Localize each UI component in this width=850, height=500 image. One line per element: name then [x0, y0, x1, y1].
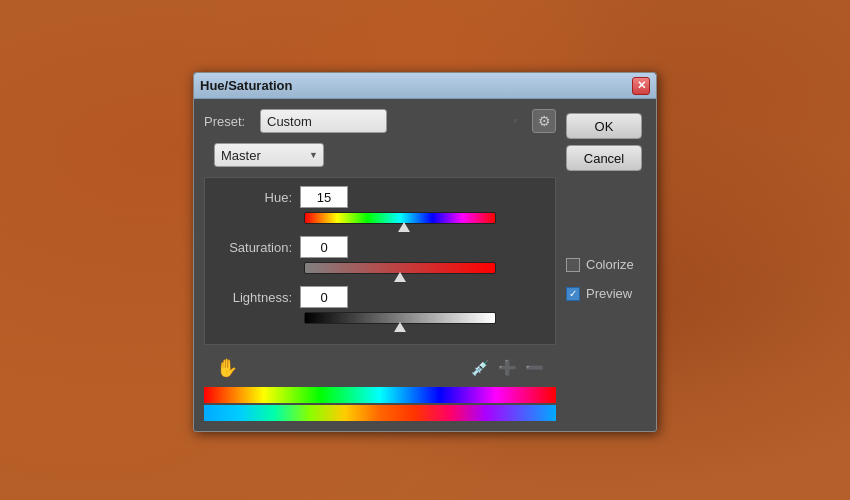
- preset-select-wrapper: Custom Default Cyanotype Increase Satura…: [260, 109, 526, 133]
- preview-label: Preview: [586, 286, 632, 301]
- left-panel: Preset: Custom Default Cyanotype Increas…: [204, 109, 556, 421]
- preview-row: Preview: [566, 286, 646, 301]
- saturation-input[interactable]: [300, 236, 348, 258]
- lightness-row: Lightness:: [217, 286, 543, 308]
- sat-track-container: [217, 262, 543, 274]
- colorize-label: Colorize: [586, 257, 634, 272]
- colorize-checkbox[interactable]: [566, 258, 580, 272]
- close-button[interactable]: ✕: [632, 77, 650, 95]
- channel-select[interactable]: Master Reds Yellows Greens Cyans Blues M…: [214, 143, 324, 167]
- color-bar-result: [204, 405, 556, 421]
- saturation-label: Saturation:: [217, 240, 292, 255]
- eyedropper-add-icon[interactable]: ➕: [498, 359, 517, 377]
- sliders-area: Hue: Saturation:: [204, 177, 556, 345]
- eyedropper-icon[interactable]: 💉: [471, 359, 490, 377]
- hue-saturation-dialog: Hue/Saturation ✕ Preset: Custom Default …: [193, 72, 657, 432]
- lightness-track[interactable]: [304, 312, 496, 324]
- dialog-title: Hue/Saturation: [200, 78, 292, 93]
- title-bar: Hue/Saturation ✕: [194, 73, 656, 99]
- gear-button[interactable]: ⚙: [532, 109, 556, 133]
- hue-label: Hue:: [217, 190, 292, 205]
- bottom-icons-row: ✋ 💉 ➕ ➖: [204, 353, 556, 383]
- hue-input[interactable]: [300, 186, 348, 208]
- cancel-button[interactable]: Cancel: [566, 145, 642, 171]
- light-track-container: [217, 312, 543, 324]
- colorize-row: Colorize: [566, 257, 646, 272]
- hue-row: Hue:: [217, 186, 543, 208]
- color-bar-source: [204, 387, 556, 403]
- saturation-track[interactable]: [304, 262, 496, 274]
- dialog-body: Preset: Custom Default Cyanotype Increas…: [194, 99, 656, 431]
- preview-checkbox[interactable]: [566, 287, 580, 301]
- channel-row: Master Reds Yellows Greens Cyans Blues M…: [214, 143, 556, 167]
- channel-select-wrapper: Master Reds Yellows Greens Cyans Blues M…: [214, 143, 324, 167]
- saturation-row: Saturation:: [217, 236, 543, 258]
- right-panel: OK Cancel Colorize Preview: [566, 109, 646, 421]
- preset-row: Preset: Custom Default Cyanotype Increas…: [204, 109, 556, 133]
- lightness-label: Lightness:: [217, 290, 292, 305]
- hue-track[interactable]: [304, 212, 496, 224]
- eyedropper-group: 💉 ➕ ➖: [471, 359, 544, 377]
- preset-label: Preset:: [204, 114, 254, 129]
- ok-button[interactable]: OK: [566, 113, 642, 139]
- lightness-input[interactable]: [300, 286, 348, 308]
- hand-tool-icon[interactable]: ✋: [216, 357, 238, 379]
- eyedropper-remove-icon[interactable]: ➖: [525, 359, 544, 377]
- preset-select[interactable]: Custom Default Cyanotype Increase Satura…: [260, 109, 387, 133]
- lightness-thumb[interactable]: [394, 322, 406, 336]
- hue-track-container: [217, 212, 543, 224]
- saturation-thumb[interactable]: [394, 272, 406, 286]
- hue-thumb[interactable]: [398, 222, 410, 236]
